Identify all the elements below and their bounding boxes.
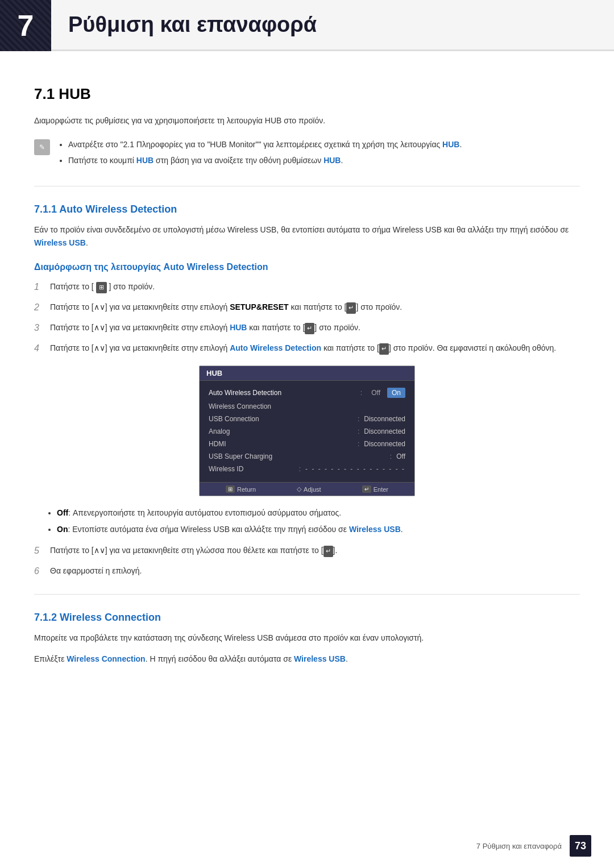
hub-menu: Auto Wireless Detection : Off On Wireles… [200, 381, 414, 480]
step-6: 6 Θα εφαρμοστεί η επιλογή. [34, 564, 580, 578]
section-7-1-heading: 7.1 HUB [34, 85, 580, 103]
step-2: 2 Πατήστε το [∧∨] για να μετακινηθείτε σ… [34, 301, 580, 314]
enter-label: Enter [374, 486, 388, 493]
note-hub-bold-2: HUB [136, 156, 154, 165]
section-7-1-2-heading: 7.1.2 Wireless Connection [34, 612, 580, 624]
section-7-1-intro: Διαμορφώστε τις ρυθμίσεις για να χρησιμο… [34, 114, 580, 127]
divider-2 [34, 594, 580, 595]
section-7-1-1-heading: 7.1.1 Auto Wireless Detection [34, 203, 580, 215]
chapter-title: Ρύθμιση και επαναφορά [68, 13, 317, 37]
hub-footer-adjust: ◇ Adjust [297, 485, 321, 493]
page-number: 73 [570, 835, 591, 857]
hub-label-wireless-connection: Wireless Connection [209, 402, 271, 410]
note-item-2: Πατήστε το κουμπί HUB στη βάση για να αν… [68, 154, 580, 168]
wireless-usb-bold-3: Wireless USB [294, 654, 346, 663]
hub-value-analog: : Disconnected [358, 427, 405, 435]
hub-footer-enter: ↵ Enter [362, 485, 388, 493]
hub-off-label: Off [367, 388, 385, 398]
section-7-1-1-body1: Εάν το προϊόν είναι συνδεδεμένο σε υπολο… [34, 223, 580, 250]
bullet-list: Off: Απενεργοποιήστε τη λειτουργία αυτόμ… [34, 506, 580, 536]
hub-row-auto-wireless: Auto Wireless Detection : Off On [200, 385, 414, 400]
hub-screenshot: HUB Auto Wireless Detection : Off On Wir… [199, 366, 415, 496]
hub-row-usb-super: USB Super Charging : Off [200, 450, 414, 463]
setup-reset-bold: SETUP&RESET [230, 302, 288, 312]
note-hub-bold-3: HUB [323, 156, 341, 165]
bullet-off: Off: Απενεργοποιήστε τη λειτουργία αυτόμ… [57, 506, 580, 520]
config-heading: Διαμόρφωση της λειτουργίας Auto Wireless… [34, 262, 580, 272]
hub-footer-return: ⊞ Return [226, 485, 256, 493]
return-btn-icon: ⊞ [226, 485, 235, 493]
hub-value-hdmi: : Disconnected [358, 440, 405, 448]
footer-chapter-text: 7 Ρύθμιση και επαναφορά [476, 842, 562, 850]
chapter-number: 7 [18, 9, 34, 43]
hub-row-hdmi: HDMI : Disconnected [200, 438, 414, 450]
hub-label-usb-super: USB Super Charging [209, 452, 272, 460]
hub-value-usb-super: : Off [390, 452, 405, 460]
step-1: 1 Πατήστε το [ ⊞ ] στο προϊόν. [34, 280, 580, 294]
note-item-1: Ανατρέξτε στο "2.1 Πληροφορίες για το "H… [68, 138, 580, 152]
wireless-usb-bold-2: Wireless USB [349, 525, 401, 534]
hub-value-wireless-id: : - - - - - - - - - - - - - - - - [299, 465, 405, 473]
hub-window-title: HUB [200, 366, 414, 381]
section-7-1-2-body2: Επιλέξτε Wireless Connection. Η πηγή εισ… [34, 653, 580, 666]
chapter-title-area: Ρύθμιση και επαναφορά [51, 0, 614, 51]
hub-value-usb-connection: : Disconnected [358, 415, 405, 423]
step-5: 5 Πατήστε το [∧∨] για να μετακινηθείτε σ… [34, 544, 580, 558]
return-label: Return [237, 486, 256, 493]
divider-1 [34, 186, 580, 186]
btn-icon-4: ↵ [379, 343, 389, 355]
wireless-usb-bold-1: Wireless USB [34, 238, 86, 247]
note-lines: Ανατρέξτε στο "2.1 Πληροφορίες για το "H… [57, 138, 580, 170]
auto-wireless-bold: Auto Wireless Detection [230, 343, 321, 352]
chapter-header: 7 Ρύθμιση και επαναφορά [0, 0, 614, 51]
hub-footer: ⊞ Return ◇ Adjust ↵ Enter [200, 482, 414, 496]
hub-row-wireless-id: Wireless ID : - - - - - - - - - - - - - … [200, 463, 414, 475]
hub-label-auto-wireless: Auto Wireless Detection [209, 389, 281, 397]
btn-icon-1: ⊞ [96, 282, 107, 293]
note-box: ✎ Ανατρέξτε στο "2.1 Πληροφορίες για το … [34, 138, 580, 170]
hub-label-hdmi: HDMI [209, 440, 226, 448]
enter-btn-icon: ↵ [362, 485, 371, 493]
hub-on-label: On [387, 388, 405, 398]
hub-label-analog: Analog [209, 427, 230, 435]
note-icon: ✎ [34, 139, 50, 155]
hub-row-analog: Analog : Disconnected [200, 425, 414, 438]
main-content: 7.1 HUB Διαμορφώστε τις ρυθμίσεις για να… [0, 74, 614, 720]
hub-bold-step3: HUB [230, 323, 247, 332]
steps-list-2: 5 Πατήστε το [∧∨] για να μετακινηθείτε σ… [34, 544, 580, 578]
chapter-number-block: 7 [0, 0, 51, 51]
adjust-label: Adjust [304, 486, 321, 493]
hub-row-wireless-connection: Wireless Connection [200, 400, 414, 413]
btn-icon-2: ↵ [346, 302, 356, 314]
hub-row-usb-connection: USB Connection : Disconnected [200, 413, 414, 425]
bullet-on: On: Εντοπίστε αυτόματα ένα σήμα Wireless… [57, 523, 580, 536]
steps-list: 1 Πατήστε το [ ⊞ ] στο προϊόν. 2 Πατήστε… [34, 280, 580, 355]
btn-icon-3: ↵ [305, 323, 314, 334]
page-footer: 7 Ρύθμιση και επαναφορά 73 [476, 835, 591, 857]
hub-label-usb-connection: USB Connection [209, 415, 259, 423]
hub-value-auto-wireless: : Off On [360, 388, 405, 398]
note-hub-bold-1: HUB [442, 140, 459, 149]
btn-icon-5: ↵ [323, 546, 333, 557]
section-7-1-2-body1: Μπορείτε να προβάλετε την κατάσταση της … [34, 632, 580, 645]
wireless-connection-link: Wireless Connection [67, 654, 145, 663]
step-4: 4 Πατήστε το [∧∨] για να μετακινηθείτε σ… [34, 342, 580, 355]
hub-label-wireless-id: Wireless ID [209, 465, 243, 473]
step-3: 3 Πατήστε το [∧∨] για να μετακινηθείτε σ… [34, 321, 580, 335]
